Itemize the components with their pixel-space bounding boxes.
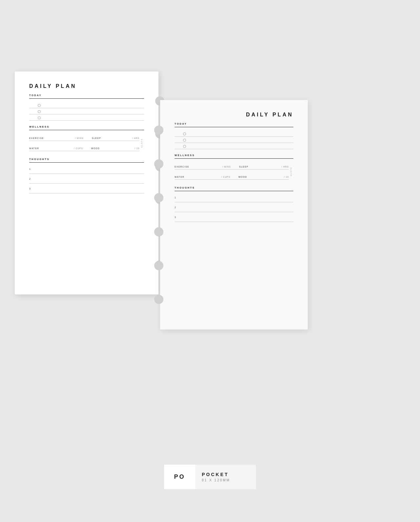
- left-thought-item-2: 2: [29, 176, 144, 184]
- left-wellness-label: WELLNESS: [29, 125, 144, 128]
- left-exercise-row: EXERCISE / MINS SLEEP / HRS: [29, 133, 139, 141]
- left-radio-3: [38, 116, 41, 119]
- right-plan-title: DAILY PLAN: [175, 112, 293, 118]
- left-thought-item-3: 3: [29, 186, 144, 193]
- bottom-label: PO POCKET 81 X 120MM: [164, 465, 256, 489]
- right-thoughts-section: THOUGHTS 1 2 3: [175, 186, 293, 222]
- left-radio-2: [38, 110, 41, 113]
- right-radio-2: [183, 139, 186, 142]
- left-wellness-section: WELLNESS EXERCISE / MINS SLEEP: [29, 125, 144, 154]
- right-slots-label: SLOTS: [290, 167, 292, 176]
- right-mood-unit: / 10: [284, 176, 289, 178]
- left-today-label: TODAY: [29, 94, 144, 97]
- left-exercise-unit: / MINS: [75, 137, 83, 139]
- right-ring-5: [154, 261, 163, 270]
- right-rings: [154, 100, 163, 330]
- right-wellness-label: WELLNESS: [175, 154, 293, 157]
- left-water-label: WATER: [29, 147, 39, 150]
- right-sleep-unit: / HRS: [282, 166, 289, 168]
- left-planner: DAILY PLAN TODAY WEL: [15, 71, 158, 294]
- left-today-item-2: [29, 108, 144, 114]
- left-water-unit: / CUPS: [74, 147, 83, 150]
- left-slots-label: SLOTS: [141, 138, 143, 148]
- left-thoughts-section: THOUGHTS 1 2 3: [29, 158, 144, 193]
- right-exercise-unit: / MINS: [222, 166, 231, 168]
- right-water-row: WATER / CUPS MOOD / 10: [175, 172, 289, 180]
- right-today-item-3: [175, 143, 293, 149]
- po-box: PO: [164, 465, 195, 489]
- pocket-title: POCKET: [202, 472, 229, 477]
- right-planner: DAILY PLAN TODAY WEL: [160, 100, 308, 330]
- right-ring-2: [154, 159, 163, 169]
- right-ring-1: [154, 126, 163, 135]
- left-thought-item-1: 1: [29, 166, 144, 174]
- right-water-unit: / CUPS: [221, 176, 230, 178]
- left-sleep-unit: / HRS: [132, 137, 139, 139]
- right-water-label: WATER: [175, 176, 184, 178]
- right-today-label: TODAY: [175, 122, 293, 125]
- left-thoughts-label: THOUGHTS: [29, 158, 144, 161]
- left-radio-1: [38, 104, 41, 107]
- right-thought-item-1: 1: [175, 194, 293, 202]
- pocket-size: 81 X 120MM: [202, 478, 230, 482]
- left-today-item-3: [29, 114, 144, 121]
- left-today-items: [29, 102, 144, 121]
- right-thought-item-2: 2: [175, 204, 293, 212]
- left-exercise-label: EXERCISE: [29, 137, 44, 139]
- left-today-section: TODAY: [29, 94, 144, 121]
- left-plan-title: DAILY PLAN: [29, 83, 144, 89]
- right-mood-label: MOOD: [239, 176, 247, 178]
- right-today-item-1: [175, 130, 293, 137]
- right-thoughts-label: THOUGHTS: [175, 186, 293, 189]
- right-today-section: TODAY: [175, 122, 293, 149]
- right-sleep-label: SLEEP: [239, 166, 248, 168]
- right-ring-3: [154, 193, 163, 202]
- right-today-item-2: [175, 137, 293, 143]
- right-exercise-row: EXERCISE / MINS SLEEP / HRS: [175, 162, 289, 170]
- right-ring-4: [154, 227, 163, 236]
- left-sleep-label: SLEEP: [92, 137, 101, 139]
- right-thought-item-3: 3: [175, 214, 293, 222]
- right-exercise-label: EXERCISE: [175, 166, 189, 168]
- left-mood-label: MOOD: [91, 147, 100, 150]
- right-radio-3: [183, 145, 186, 148]
- po-text: PO: [174, 473, 185, 480]
- left-today-item-1: [29, 102, 144, 108]
- left-water-row: WATER / CUPS MOOD / 10: [29, 144, 139, 151]
- pocket-box: POCKET 81 X 120MM: [195, 465, 256, 489]
- left-mood-unit: / 10: [135, 147, 139, 150]
- right-ring-6: [154, 295, 163, 304]
- right-wellness-section: WELLNESS EXERCISE / MINS SLEEP: [175, 154, 293, 182]
- right-radio-1: [183, 132, 186, 135]
- right-today-items: [175, 130, 293, 149]
